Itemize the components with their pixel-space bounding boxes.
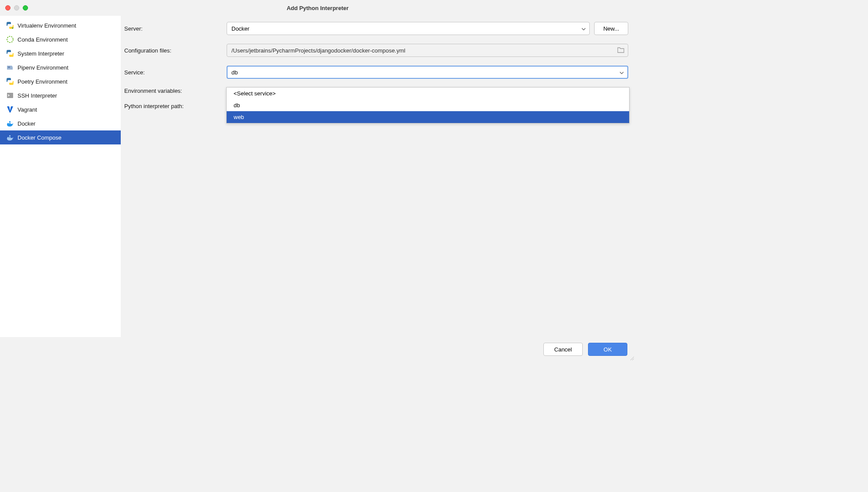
svg-rect-9 bbox=[9, 135, 10, 137]
server-row: Server: Docker New... bbox=[124, 22, 628, 35]
close-window-button[interactable] bbox=[5, 5, 10, 11]
sidebar-item-poetry[interactable]: Poetry Environment bbox=[0, 74, 121, 88]
config-files-value: /Users/jetbrains/PycharmProjects/djangod… bbox=[231, 47, 405, 54]
server-select-value: Docker bbox=[231, 25, 249, 32]
service-option-placeholder[interactable]: <Select service> bbox=[227, 88, 629, 99]
python-icon bbox=[6, 49, 14, 57]
interpreter-type-list: v Virtualenv Environment Conda Environme… bbox=[0, 16, 121, 337]
minimize-window-button[interactable] bbox=[14, 5, 19, 11]
sidebar-item-label: Docker bbox=[18, 120, 35, 127]
sidebar-item-label: Vagrant bbox=[18, 106, 37, 113]
sidebar-item-label: System Interpreter bbox=[18, 50, 64, 57]
chevron-down-icon bbox=[620, 69, 624, 76]
poetry-icon bbox=[6, 77, 14, 85]
sidebar-item-conda[interactable]: Conda Environment bbox=[0, 32, 121, 46]
svg-rect-2 bbox=[8, 67, 10, 68]
sidebar-item-label: Virtualenv Environment bbox=[18, 22, 76, 29]
sidebar-item-label: Conda Environment bbox=[18, 36, 68, 43]
dialog-footer: Cancel OK bbox=[0, 337, 635, 362]
ssh-icon bbox=[6, 91, 14, 99]
conda-icon bbox=[6, 35, 14, 43]
svg-rect-6 bbox=[9, 121, 10, 123]
sidebar-item-system[interactable]: System Interpreter bbox=[0, 46, 121, 60]
env-vars-label: Environment variables: bbox=[124, 88, 221, 94]
service-dropdown: <Select service> db web bbox=[226, 87, 630, 123]
python-venv-icon: v bbox=[6, 21, 14, 29]
docker-icon bbox=[6, 119, 14, 127]
server-select[interactable]: Docker bbox=[227, 22, 590, 35]
cancel-button[interactable]: Cancel bbox=[543, 343, 583, 356]
docker-compose-icon bbox=[6, 134, 14, 141]
sidebar-item-docker[interactable]: Docker bbox=[0, 116, 121, 130]
service-option-db[interactable]: db bbox=[227, 99, 629, 111]
service-label: Service: bbox=[124, 69, 221, 76]
sidebar-item-label: Poetry Environment bbox=[18, 78, 67, 85]
folder-icon[interactable] bbox=[617, 47, 624, 54]
config-files-input[interactable]: /Users/jetbrains/PycharmProjects/djangod… bbox=[227, 44, 628, 57]
sidebar-item-label: SSH Interpreter bbox=[18, 92, 57, 99]
main-content: v Virtualenv Environment Conda Environme… bbox=[0, 16, 635, 337]
service-select[interactable]: db bbox=[227, 66, 628, 79]
svg-rect-3 bbox=[7, 93, 13, 98]
chevron-down-icon bbox=[581, 25, 586, 32]
vagrant-icon bbox=[6, 105, 14, 113]
titlebar: Add Python Interpreter bbox=[0, 0, 635, 16]
form-panel: Server: Docker New... Configuration file… bbox=[121, 16, 635, 337]
sidebar-item-ssh[interactable]: SSH Interpreter bbox=[0, 88, 121, 102]
sidebar-item-docker-compose[interactable]: Docker Compose bbox=[0, 130, 121, 144]
sidebar-item-vagrant[interactable]: Vagrant bbox=[0, 102, 121, 116]
pipenv-icon bbox=[6, 63, 14, 71]
sidebar-item-virtualenv[interactable]: v Virtualenv Environment bbox=[0, 18, 121, 32]
window-title: Add Python Interpreter bbox=[0, 5, 635, 11]
svg-text:v: v bbox=[12, 26, 14, 29]
service-select-value: db bbox=[231, 69, 238, 76]
svg-point-1 bbox=[7, 36, 13, 42]
config-files-row: Configuration files: /Users/jetbrains/Py… bbox=[124, 44, 628, 57]
ok-button[interactable]: OK bbox=[588, 343, 627, 356]
resize-grip[interactable] bbox=[629, 355, 634, 361]
service-option-web[interactable]: web bbox=[227, 111, 629, 123]
sidebar-item-label: Docker Compose bbox=[18, 134, 61, 141]
window-controls bbox=[5, 5, 28, 11]
sidebar-item-label: Pipenv Environment bbox=[18, 64, 68, 71]
config-files-label: Configuration files: bbox=[124, 47, 221, 54]
sidebar-item-pipenv[interactable]: Pipenv Environment bbox=[0, 60, 121, 74]
server-label: Server: bbox=[124, 25, 221, 32]
service-row: Service: db bbox=[124, 66, 628, 79]
new-server-button[interactable]: New... bbox=[594, 22, 628, 35]
maximize-window-button[interactable] bbox=[23, 5, 28, 11]
interpreter-path-label: Python interpreter path: bbox=[124, 103, 221, 109]
